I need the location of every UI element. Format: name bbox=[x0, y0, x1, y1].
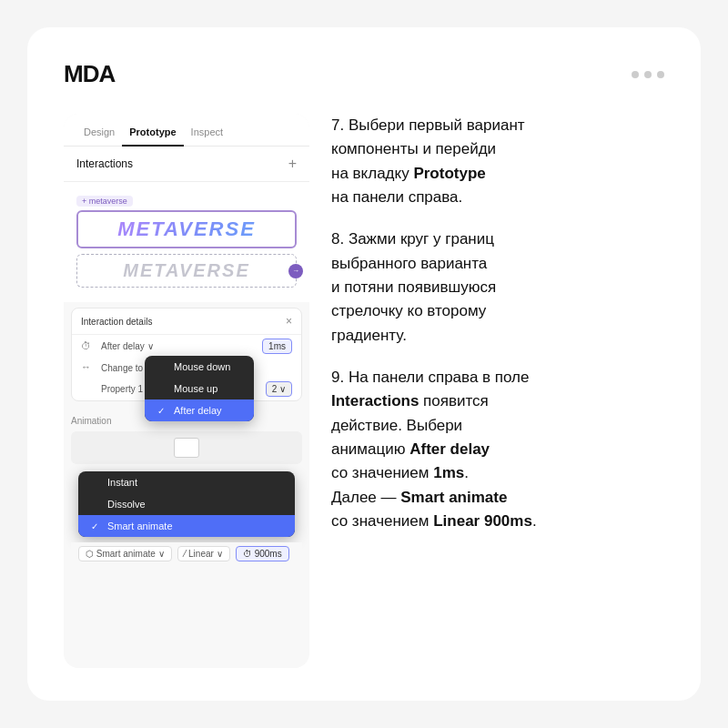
right-panel: 7. Выбери первый вариант компоненты и пе… bbox=[331, 114, 664, 668]
property-value[interactable]: 2 ∨ bbox=[266, 381, 292, 397]
check-after-delay: ✓ bbox=[157, 406, 168, 416]
bottom-row: ⬡ Smart animate ∨ ∕ Linear ∨ ⏱ 900ms bbox=[71, 542, 302, 569]
interactions-bar: Interactions + bbox=[64, 147, 309, 182]
logo: MDA bbox=[64, 60, 115, 88]
tab-inspect[interactable]: Inspect bbox=[184, 123, 230, 146]
details-header: Interaction details × bbox=[72, 308, 301, 335]
mouse-down-label: Mouse down bbox=[174, 361, 230, 372]
instruction-step9: 9. На панели справа в поле Interactions … bbox=[331, 366, 664, 533]
animate-item-dissolve[interactable]: Dissolve bbox=[78, 493, 295, 515]
main-content: Design Prototype Inspect Interactions + … bbox=[64, 114, 664, 668]
linear-tag-label: ∕ Linear ∨ bbox=[185, 549, 223, 559]
dot-1 bbox=[632, 71, 639, 78]
animate-item-instant[interactable]: Instant bbox=[78, 471, 295, 493]
detail-row-after-delay: ⏱ After delay ∨ 1ms bbox=[72, 335, 301, 358]
metaverse-box-1: METAVERSE bbox=[76, 210, 297, 248]
step8-text: 8. Зажми круг у границ выбранного вариан… bbox=[331, 228, 664, 348]
dot-3 bbox=[657, 71, 664, 78]
step7-text: 7. Выбери первый вариант компоненты и пе… bbox=[331, 114, 664, 209]
delay-icon: ⏱ bbox=[81, 340, 94, 353]
close-details-button[interactable]: × bbox=[286, 315, 292, 328]
anim-box bbox=[174, 438, 199, 458]
smart-animate-tag-label: ⬡ Smart animate ∨ bbox=[86, 549, 165, 559]
duration-value[interactable]: ⏱ 900ms bbox=[236, 546, 289, 561]
interactions-label: Interactions bbox=[76, 157, 133, 170]
animate-item-smart[interactable]: ✓ Smart animate bbox=[78, 515, 295, 537]
dot-2 bbox=[644, 71, 652, 78]
smart-animate-tag[interactable]: ⬡ Smart animate ∨ bbox=[78, 546, 172, 561]
metaverse-text-2: METAVERSE bbox=[85, 260, 288, 281]
arrow-connector-icon bbox=[288, 264, 303, 278]
duration-label: 900ms bbox=[255, 549, 282, 559]
add-interaction-button[interactable]: + bbox=[288, 156, 297, 172]
mouse-up-label: Mouse up bbox=[174, 383, 217, 394]
tabs-bar: Design Prototype Inspect bbox=[64, 114, 309, 147]
header: MDA bbox=[64, 60, 664, 88]
dropdown-item-mouse-up[interactable]: Mouse up bbox=[145, 378, 254, 399]
dropdown-item-after-delay[interactable]: ✓ After delay bbox=[145, 399, 254, 421]
check-smart: ✓ bbox=[91, 521, 102, 531]
change-icon: ↔ bbox=[81, 361, 94, 374]
linear-tag[interactable]: ∕ Linear ∨ bbox=[177, 546, 230, 561]
dots-menu bbox=[632, 71, 664, 78]
tab-design[interactable]: Design bbox=[76, 123, 122, 146]
details-title: Interaction details bbox=[81, 317, 152, 327]
metaverse-text-1: METAVERSE bbox=[86, 217, 288, 241]
clock-icon: ⏱ bbox=[243, 549, 252, 559]
instant-label: Instant bbox=[107, 477, 137, 488]
dissolve-label: Dissolve bbox=[107, 499, 146, 510]
variant-tag: + metaverse bbox=[76, 196, 133, 207]
delay-value[interactable]: 1ms bbox=[262, 339, 292, 354]
animation-preview bbox=[71, 431, 302, 464]
main-card: MDA Design Prototype Inspect Interaction… bbox=[27, 27, 701, 701]
instruction-step7: 7. Выбери первый вариант компоненты и пе… bbox=[331, 114, 664, 209]
instruction-step8: 8. Зажми круг у границ выбранного вариан… bbox=[331, 228, 664, 348]
metaverse-box-2: METAVERSE bbox=[76, 254, 297, 288]
animation-section: Animation Instant Dissolve ✓ bbox=[64, 410, 309, 574]
trigger-dropdown-menu: Mouse down Mouse up ✓ After delay bbox=[145, 356, 254, 421]
animate-dropdown-menu: Instant Dissolve ✓ Smart animate bbox=[78, 471, 295, 537]
left-panel: Design Prototype Inspect Interactions + … bbox=[64, 114, 309, 668]
smart-animate-label: Smart animate bbox=[107, 521, 173, 531]
component-preview: + metaverse METAVERSE METAVERSE bbox=[64, 182, 309, 302]
after-delay-label: After delay ∨ bbox=[101, 341, 255, 351]
tab-prototype[interactable]: Prototype bbox=[122, 123, 183, 147]
interaction-details-panel: Interaction details × ⏱ After delay ∨ 1m… bbox=[71, 308, 302, 401]
after-delay-dropdown-label: After delay bbox=[174, 405, 222, 416]
step9-text: 9. На панели справа в поле Interactions … bbox=[331, 366, 664, 533]
dropdown-item-mouse-down[interactable]: Mouse down bbox=[145, 356, 254, 378]
